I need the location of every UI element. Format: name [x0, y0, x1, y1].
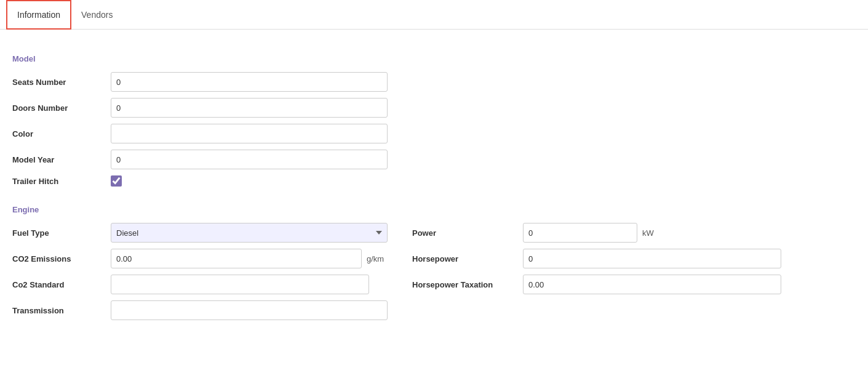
- color-group: Color: [12, 124, 856, 143]
- co2-input-wrapper: g/km: [111, 249, 384, 268]
- transmission-select[interactable]: Manual Automatic: [111, 300, 388, 320]
- co2-emissions-label: CO2 Emissions: [12, 254, 111, 263]
- seats-number-group: Seats Number: [12, 72, 856, 92]
- doors-number-input[interactable]: [111, 98, 388, 118]
- fuel-type-group: Fuel Type Diesel Gasoline Electric Hybri…: [12, 223, 388, 243]
- horsepower-label: Horsepower: [412, 254, 523, 263]
- horsepower-taxation-input[interactable]: [523, 275, 781, 294]
- horsepower-group: Horsepower: [412, 249, 781, 268]
- model-year-input[interactable]: [111, 150, 388, 169]
- co2-emissions-input[interactable]: [111, 249, 362, 268]
- fuel-type-select[interactable]: Diesel Gasoline Electric Hybrid: [111, 223, 388, 243]
- horsepower-taxation-group: Horsepower Taxation: [412, 275, 781, 294]
- power-input[interactable]: [523, 223, 637, 243]
- trailer-hitch-label: Trailer Hitch: [12, 177, 111, 186]
- model-year-group: Model Year: [12, 150, 856, 169]
- model-section: Model Seats Number Doors Number Color Mo…: [12, 54, 856, 187]
- main-content: Model Seats Number Doors Number Color Mo…: [0, 30, 868, 339]
- color-label: Color: [12, 129, 111, 139]
- power-label: Power: [412, 228, 523, 238]
- tabs-bar: Information Vendors: [0, 0, 868, 30]
- co2-suffix: g/km: [367, 254, 384, 263]
- horsepower-taxation-label: Horsepower Taxation: [412, 280, 523, 289]
- doors-number-group: Doors Number: [12, 98, 856, 118]
- color-input[interactable]: [111, 124, 388, 143]
- power-input-wrapper: kW: [523, 223, 654, 243]
- tab-vendors[interactable]: Vendors: [71, 0, 122, 29]
- co2-emissions-group: CO2 Emissions g/km: [12, 249, 388, 268]
- horsepower-input[interactable]: [523, 249, 781, 268]
- seats-number-label: Seats Number: [12, 78, 111, 87]
- co2-standard-input[interactable]: [111, 275, 369, 294]
- fuel-type-label: Fuel Type: [12, 228, 111, 238]
- doors-number-label: Doors Number: [12, 103, 111, 113]
- transmission-group: Transmission Manual Automatic: [12, 300, 388, 320]
- power-suffix: kW: [642, 228, 654, 238]
- co2-standard-group: Co2 Standard: [12, 275, 388, 294]
- model-section-title: Model: [12, 54, 856, 63]
- trailer-hitch-group: Trailer Hitch: [12, 175, 856, 187]
- engine-grid: Fuel Type Diesel Gasoline Electric Hybri…: [12, 223, 856, 326]
- seats-number-input[interactable]: [111, 72, 388, 92]
- trailer-hitch-checkbox[interactable]: [111, 175, 122, 187]
- co2-standard-label: Co2 Standard: [12, 280, 111, 289]
- engine-section: Engine Fuel Type Diesel Gasoline Electri…: [12, 205, 856, 326]
- engine-right-col: Power kW Horsepower Horsepower Taxation: [412, 223, 781, 326]
- model-year-label: Model Year: [12, 155, 111, 164]
- engine-left-col: Fuel Type Diesel Gasoline Electric Hybri…: [12, 223, 388, 326]
- power-group: Power kW: [412, 223, 781, 243]
- engine-section-title: Engine: [12, 205, 856, 214]
- tab-information[interactable]: Information: [6, 0, 71, 30]
- transmission-label: Transmission: [12, 306, 111, 315]
